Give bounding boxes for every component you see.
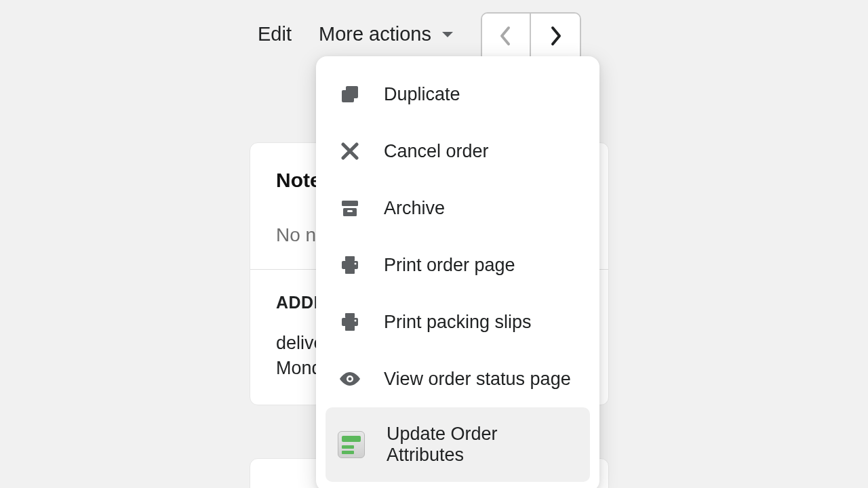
caret-down-icon [441,30,454,39]
svg-rect-4 [347,210,353,212]
chevron-right-icon [549,25,562,49]
print-icon [338,253,362,277]
more-actions-dropdown: Duplicate Cancel order Archive Print ord… [316,56,599,488]
menu-item-label: Print packing slips [384,312,532,333]
menu-item-archive[interactable]: Archive [316,180,599,237]
menu-item-label: Cancel order [384,141,489,162]
menu-item-print-packing-slips[interactable]: Print packing slips [316,293,599,350]
more-actions-label: More actions [319,23,431,45]
next-button[interactable] [531,14,580,61]
archive-icon [338,196,362,220]
toolbar: Edit More actions [258,23,454,45]
close-icon [338,139,362,163]
menu-item-label: Archive [384,198,445,219]
svg-rect-11 [345,324,355,331]
menu-item-label: Update Order Attributes [387,424,578,466]
svg-point-8 [355,263,357,265]
svg-point-14 [349,378,352,381]
menu-item-label: View order status page [384,369,571,390]
menu-item-label: Duplicate [384,84,460,105]
svg-rect-5 [345,256,355,261]
menu-item-label: Print order page [384,255,515,276]
more-actions-button[interactable]: More actions [319,23,454,45]
print-icon [338,310,362,334]
svg-rect-2 [342,201,358,206]
duplicate-icon [338,82,362,106]
attributes-icon [338,431,365,458]
nav-buttons [481,12,581,62]
menu-item-duplicate[interactable]: Duplicate [316,66,599,123]
svg-point-12 [355,320,357,322]
chevron-left-icon [499,25,513,49]
menu-item-print-order[interactable]: Print order page [316,237,599,293]
menu-item-update-order-attributes[interactable]: Update Order Attributes [326,407,590,482]
eye-icon [338,367,362,391]
edit-button[interactable]: Edit [258,23,292,45]
prev-button[interactable] [482,14,531,61]
svg-rect-9 [345,313,355,318]
svg-rect-7 [345,267,355,274]
menu-item-view-order-status[interactable]: View order status page [316,350,599,407]
svg-rect-1 [346,86,358,98]
menu-item-cancel-order[interactable]: Cancel order [316,123,599,180]
